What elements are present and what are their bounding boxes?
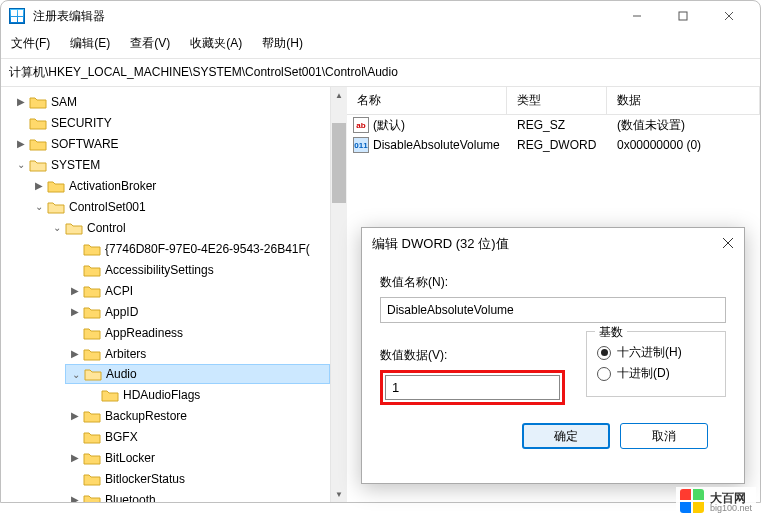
tree-item-hdaudioflags[interactable]: HDAudioFlags <box>83 384 330 405</box>
edit-dword-dialog: 编辑 DWORD (32 位)值 数值名称(N): 数值数据(V): 基数 十六… <box>361 227 745 484</box>
tree-item-appid[interactable]: ▶AppID <box>65 301 330 322</box>
tree-item-bitlockerstatus[interactable]: BitlockerStatus <box>65 468 330 489</box>
chevron-right-icon[interactable]: ▶ <box>69 452 81 463</box>
menu-view[interactable]: 查看(V) <box>128 33 172 54</box>
chevron-down-icon[interactable]: ⌄ <box>33 201 45 212</box>
folder-icon <box>47 179 65 193</box>
column-data[interactable]: 数据 <box>607 87 760 114</box>
svg-rect-1 <box>679 12 687 20</box>
folder-icon <box>83 409 101 423</box>
tree-item-accessibility[interactable]: AccessibilitySettings <box>65 259 330 280</box>
tree-item-sam[interactable]: ▶SAM <box>11 91 330 112</box>
chevron-right-icon[interactable]: ▶ <box>33 180 45 191</box>
tree-item-appreadiness[interactable]: AppReadiness <box>65 322 330 343</box>
value-name-input[interactable] <box>380 297 726 323</box>
folder-open-icon <box>65 221 83 235</box>
registry-tree[interactable]: ▶SAM SECURITY ▶SOFTWARE ⌄SYSTEM ▶Activat… <box>1 87 331 502</box>
menu-edit[interactable]: 编辑(E) <box>68 33 112 54</box>
folder-icon <box>83 430 101 444</box>
chevron-right-icon[interactable]: ▶ <box>69 494 81 502</box>
tree-scrollbar[interactable]: ▲ ▼ <box>331 87 347 502</box>
folder-icon <box>83 242 101 256</box>
tree-item-acpi[interactable]: ▶ACPI <box>65 280 330 301</box>
maximize-button[interactable] <box>660 1 706 31</box>
chevron-right-icon[interactable]: ▶ <box>69 410 81 421</box>
folder-icon <box>83 263 101 277</box>
chevron-right-icon[interactable]: ▶ <box>15 96 27 107</box>
folder-icon <box>83 305 101 319</box>
value-data-highlight <box>380 370 565 405</box>
window-title: 注册表编辑器 <box>33 8 614 25</box>
radio-hex[interactable]: 十六进制(H) <box>597 344 715 361</box>
base-label: 基数 <box>595 324 627 341</box>
list-row[interactable]: 011DisableAbsoluteVolume REG_DWORD 0x000… <box>347 135 760 155</box>
folder-icon <box>29 116 47 130</box>
menu-help[interactable]: 帮助(H) <box>260 33 305 54</box>
value-data-input[interactable] <box>385 375 560 400</box>
close-icon[interactable] <box>722 237 734 252</box>
radio-icon <box>597 367 611 381</box>
tree-item-control[interactable]: ⌄Control <box>47 217 330 238</box>
radio-icon <box>597 346 611 360</box>
folder-icon <box>83 326 101 340</box>
folder-icon <box>83 493 101 503</box>
chevron-down-icon[interactable]: ⌄ <box>15 159 27 170</box>
chevron-down-icon[interactable]: ⌄ <box>51 222 63 233</box>
tree-item-security[interactable]: SECURITY <box>11 112 330 133</box>
tree-item-controlset001[interactable]: ⌄ControlSet001 <box>29 196 330 217</box>
folder-icon <box>83 472 101 486</box>
list-row[interactable]: ab(默认) REG_SZ (数值未设置) <box>347 115 760 135</box>
menu-favorites[interactable]: 收藏夹(A) <box>188 33 244 54</box>
scroll-down-icon[interactable]: ▼ <box>335 486 343 502</box>
dialog-title: 编辑 DWORD (32 位)值 <box>372 235 722 253</box>
address-bar[interactable]: 计算机\HKEY_LOCAL_MACHINE\SYSTEM\ControlSet… <box>9 65 398 79</box>
folder-icon <box>29 137 47 151</box>
folder-icon <box>83 347 101 361</box>
minimize-button[interactable] <box>614 1 660 31</box>
menu-file[interactable]: 文件(F) <box>9 33 52 54</box>
cancel-button[interactable]: 取消 <box>620 423 708 449</box>
logo-icon <box>680 489 704 513</box>
folder-icon <box>29 95 47 109</box>
tree-item-audio[interactable]: ⌄Audio <box>65 364 330 384</box>
tree-item-software[interactable]: ▶SOFTWARE <box>11 133 330 154</box>
list-header: 名称 类型 数据 <box>347 87 760 115</box>
folder-open-icon <box>29 158 47 172</box>
tree-item-bluetooth[interactable]: ▶Bluetooth <box>65 489 330 502</box>
tree-item-system[interactable]: ⌄SYSTEM <box>11 154 330 175</box>
chevron-right-icon[interactable]: ▶ <box>69 306 81 317</box>
string-value-icon: ab <box>353 117 369 133</box>
scrollbar-thumb[interactable] <box>332 123 346 203</box>
column-type[interactable]: 类型 <box>507 87 607 114</box>
chevron-down-icon[interactable]: ⌄ <box>70 369 82 380</box>
tree-item-arbiters[interactable]: ▶Arbiters <box>65 343 330 364</box>
scroll-up-icon[interactable]: ▲ <box>335 87 343 103</box>
watermark: 大百网 big100.net <box>676 487 756 515</box>
chevron-right-icon[interactable]: ▶ <box>15 138 27 149</box>
dword-value-icon: 011 <box>353 137 369 153</box>
app-icon <box>9 8 25 24</box>
folder-open-icon <box>84 367 102 381</box>
close-button[interactable] <box>706 1 752 31</box>
tree-item-bitlocker[interactable]: ▶BitLocker <box>65 447 330 468</box>
folder-icon <box>101 388 119 402</box>
tree-item-bgfx[interactable]: BGFX <box>65 426 330 447</box>
chevron-right-icon[interactable]: ▶ <box>69 348 81 359</box>
tree-item-activationbroker[interactable]: ▶ActivationBroker <box>29 175 330 196</box>
chevron-right-icon[interactable]: ▶ <box>69 285 81 296</box>
folder-icon <box>83 451 101 465</box>
value-name-label: 数值名称(N): <box>380 274 726 291</box>
ok-button[interactable]: 确定 <box>522 423 610 449</box>
folder-open-icon <box>47 200 65 214</box>
tree-item-backuprestore[interactable]: ▶BackupRestore <box>65 405 330 426</box>
folder-icon <box>83 284 101 298</box>
column-name[interactable]: 名称 <box>347 87 507 114</box>
value-data-label: 数值数据(V): <box>380 347 566 364</box>
tree-item-guid[interactable]: {7746D80F-97E0-4E26-9543-26B41F( <box>65 238 330 259</box>
radio-dec[interactable]: 十进制(D) <box>597 365 715 382</box>
